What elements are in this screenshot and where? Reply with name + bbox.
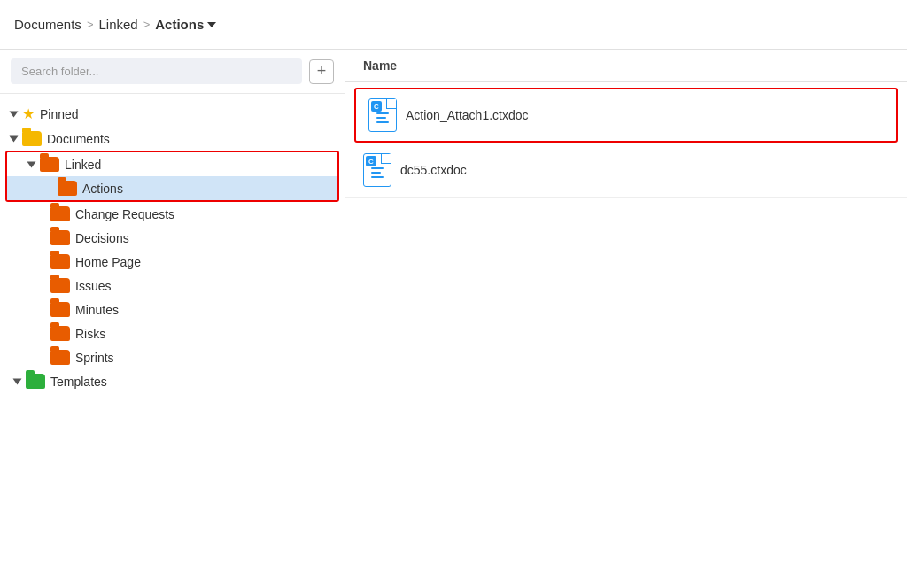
linked-triangle-icon: [27, 161, 36, 167]
tree-item-home-page[interactable]: Home Page: [0, 250, 345, 274]
tree-item-sprints[interactable]: Sprints: [0, 345, 345, 369]
breadcrumb-linked[interactable]: Linked: [98, 17, 137, 32]
actions-label: Actions: [82, 182, 123, 196]
templates-label: Templates: [50, 375, 107, 389]
minutes-label: Minutes: [75, 303, 119, 317]
breadcrumb-dropdown-icon: [207, 22, 216, 27]
decisions-label: Decisions: [75, 231, 129, 245]
pinned-triangle-icon: [10, 111, 19, 117]
tree-item-risks[interactable]: Risks: [0, 321, 345, 345]
content-pane: Name C Action_Attach1.ctxdoc C: [345, 50, 907, 588]
risks-folder-icon: [50, 326, 70, 341]
linked-label: Linked: [65, 158, 101, 172]
ctxdoc-icon-0: C: [368, 98, 397, 132]
main-layout: + ★ Pinned Documents Lin: [0, 50, 907, 588]
templates-folder-icon: [26, 374, 45, 389]
c-badge-0: C: [371, 101, 382, 112]
breadcrumb-sep-1: >: [87, 18, 94, 31]
minutes-folder-icon: [50, 302, 70, 317]
risks-label: Risks: [75, 327, 105, 341]
add-folder-button[interactable]: +: [309, 59, 334, 84]
documents-label: Documents: [47, 132, 110, 146]
file-name-0: Action_Attach1.ctxdoc: [406, 108, 529, 122]
ctxdoc-line-5: [371, 172, 381, 174]
file-row-1[interactable]: C dc55.ctxdoc: [345, 143, 907, 198]
file-list: C Action_Attach1.ctxdoc C: [345, 82, 907, 588]
folder-tree: ★ Pinned Documents Linked: [0, 94, 345, 400]
tree-item-pinned[interactable]: ★ Pinned: [0, 101, 345, 127]
sprints-folder-icon: [50, 350, 70, 365]
templates-triangle-icon: [13, 378, 22, 384]
tree-item-actions[interactable]: Actions: [7, 176, 337, 200]
sidebar: + ★ Pinned Documents Lin: [0, 50, 345, 588]
ctxdoc-line-2: [376, 117, 386, 119]
ctxdoc-line-1: [376, 112, 389, 114]
pinned-star-icon: ★: [22, 105, 35, 122]
file-row-0[interactable]: C Action_Attach1.ctxdoc: [354, 88, 898, 143]
ctxdoc-line-6: [371, 176, 384, 178]
linked-border-box: Linked Actions: [5, 151, 339, 202]
tree-item-decisions[interactable]: Decisions: [0, 226, 345, 250]
tree-item-minutes[interactable]: Minutes: [0, 298, 345, 321]
breadcrumb-documents[interactable]: Documents: [14, 17, 81, 32]
content-header: Name: [345, 50, 907, 82]
sprints-label: Sprints: [75, 351, 114, 365]
home-page-folder-icon: [50, 254, 70, 269]
search-bar: +: [0, 50, 345, 94]
header: Documents > Linked > Actions: [0, 0, 907, 50]
tree-item-documents[interactable]: Documents: [0, 127, 345, 151]
breadcrumb: Documents > Linked > Actions: [14, 17, 216, 32]
file-name-1: dc55.ctxdoc: [400, 163, 467, 177]
ctxdoc-icon-1: C: [363, 153, 391, 187]
change-requests-folder-icon: [50, 206, 70, 221]
issues-folder-icon: [50, 278, 70, 293]
ctxdoc-line-3: [376, 121, 389, 123]
tree-item-templates[interactable]: Templates: [0, 369, 345, 393]
tree-item-linked[interactable]: Linked: [7, 152, 337, 176]
linked-folder-icon: [40, 157, 59, 172]
search-input[interactable]: [11, 58, 302, 84]
tree-item-change-requests[interactable]: Change Requests: [0, 202, 345, 226]
documents-triangle-icon: [10, 135, 19, 142]
documents-folder-icon: [22, 131, 42, 146]
name-column-header: Name: [363, 58, 397, 73]
home-page-label: Home Page: [75, 255, 141, 269]
actions-folder-icon: [58, 181, 77, 196]
pinned-label: Pinned: [40, 107, 79, 121]
ctxdoc-line-4: [371, 167, 384, 169]
c-badge-1: C: [366, 156, 376, 166]
breadcrumb-current[interactable]: Actions: [155, 17, 216, 32]
tree-item-issues[interactable]: Issues: [0, 274, 345, 298]
issues-label: Issues: [75, 279, 111, 293]
change-requests-label: Change Requests: [75, 207, 174, 221]
decisions-folder-icon: [50, 230, 70, 245]
breadcrumb-sep-2: >: [143, 18, 151, 31]
